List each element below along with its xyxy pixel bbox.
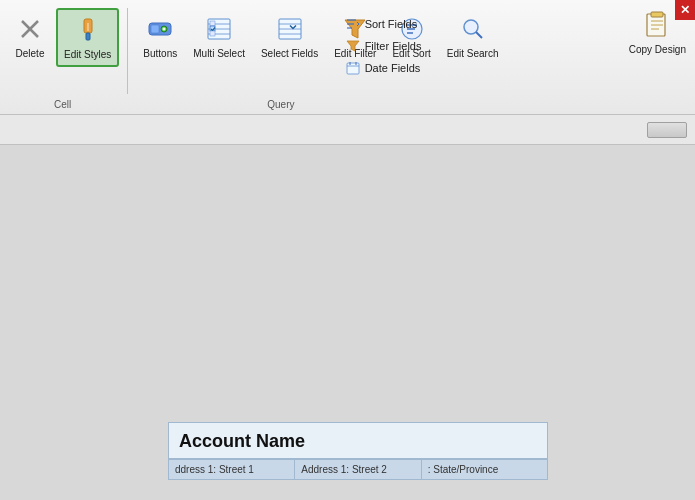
svg-rect-14 <box>210 21 215 26</box>
buttons-button[interactable]: Buttons <box>136 8 184 65</box>
buttons-icon <box>144 13 176 45</box>
form-title: Account Name <box>169 423 547 459</box>
copy-design-label: Copy Design <box>629 44 686 56</box>
query-small-items: Sort Fields Filter Fields <box>337 10 430 98</box>
svg-rect-32 <box>347 63 359 74</box>
buttons-label: Buttons <box>143 48 177 60</box>
edit-search-button[interactable]: Edit Search <box>440 8 506 65</box>
multi-select-button[interactable]: Multi Select <box>186 8 252 65</box>
date-fields-button[interactable]: Date Fields <box>341 58 426 78</box>
sort-fields-label: Sort Fields <box>365 18 418 30</box>
sort-fields-button[interactable]: Sort Fields <box>341 14 426 34</box>
filter-fields-button[interactable]: Filter Fields <box>341 36 426 56</box>
svg-marker-31 <box>347 41 359 51</box>
delete-label: Delete <box>16 48 45 60</box>
date-fields-label: Date Fields <box>365 62 421 74</box>
toolbar: Delete Edit Styles Cell <box>0 0 695 115</box>
divider-1 <box>127 8 128 94</box>
form-fields: ddress 1: Street 1 Address 1: Street 2 :… <box>169 459 547 479</box>
state-field[interactable]: : State/Province <box>422 460 547 479</box>
edit-styles-button[interactable]: Edit Styles <box>56 8 119 67</box>
svg-rect-3 <box>86 33 90 40</box>
multi-select-label: Multi Select <box>193 48 245 60</box>
edit-styles-icon <box>72 14 104 46</box>
select-fields-button[interactable]: Select Fields <box>254 8 325 65</box>
sort-fields-icon <box>345 16 361 32</box>
copy-design-button[interactable]: Copy Design <box>622 4 693 114</box>
close-button[interactable]: ✕ <box>675 0 695 20</box>
edit-search-icon <box>457 13 489 45</box>
date-fields-icon <box>345 60 361 76</box>
scroll-thumb[interactable] <box>647 122 687 138</box>
form-card: Account Name ddress 1: Street 1 Address … <box>168 422 548 480</box>
multi-select-icon <box>203 13 235 45</box>
delete-button[interactable]: Delete <box>6 8 54 65</box>
cell-section-label: Cell <box>2 99 123 110</box>
cell-section: Delete Edit Styles Cell <box>2 4 123 114</box>
street2-field[interactable]: Address 1: Street 2 <box>295 460 421 479</box>
edit-styles-label: Edit Styles <box>64 49 111 61</box>
scroll-area <box>0 115 695 145</box>
edit-search-label: Edit Search <box>447 48 499 60</box>
street1-field[interactable]: ddress 1: Street 1 <box>169 460 295 479</box>
filter-fields-icon <box>345 38 361 54</box>
copy-design-icon <box>641 9 673 41</box>
close-icon: ✕ <box>680 3 690 17</box>
query-section-label: Query <box>132 99 429 110</box>
filter-fields-label: Filter Fields <box>365 40 422 52</box>
delete-icon <box>14 13 46 45</box>
select-fields-icon <box>274 13 306 45</box>
select-fields-label: Select Fields <box>261 48 318 60</box>
svg-rect-16 <box>210 31 215 36</box>
query-section: Buttons Multi Select <box>132 4 509 114</box>
svg-rect-37 <box>651 12 663 17</box>
main-content: Account Name ddress 1: Street 1 Address … <box>0 145 695 500</box>
svg-line-27 <box>476 32 482 38</box>
svg-rect-6 <box>151 25 159 33</box>
svg-point-26 <box>464 20 478 34</box>
